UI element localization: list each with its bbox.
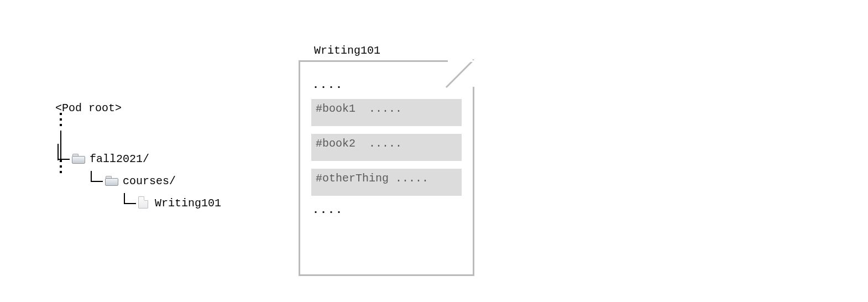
document-ellipsis-bottom: .... [312,204,462,216]
tree-node-label: courses/ [123,175,176,188]
tree-node-courses: courses/ [91,174,176,188]
document-fragment-book2: #book2 ..... [311,134,462,161]
diagram-stage: <Pod root> fall2021/ courses/ [0,0,868,302]
tree-root-text: <Pod root> [55,102,122,114]
document-body: .... #book1 ..... #book2 ..... #otherThi… [299,60,474,276]
tree-node-label: Writing101 [155,197,221,210]
document-title: Writing101 [314,44,474,57]
tree-node-label: fall2021/ [90,153,149,165]
file-icon [138,196,148,209]
document-ellipsis-top: .... [312,79,462,91]
document-fragment-otherthing: #otherThing ..... [311,169,462,196]
pod-tree: <Pod root> fall2021/ courses/ [55,100,265,116]
document-dogear-icon [448,60,474,87]
folder-icon [72,154,84,164]
tree-root-label: <Pod root> [55,100,265,116]
document-fragment-book1: #book1 ..... [311,99,462,126]
document-panel: Writing101 .... #book1 ..... #book2 ....… [299,44,474,276]
tree-connector-icon [124,196,138,210]
tree-connector-icon [57,152,72,165]
tree-connector-icon [91,174,105,188]
tree-node-fall2021: fall2021/ [57,152,149,165]
tree-ellipsis-dots-top [60,113,62,131]
tree-node-writing101: Writing101 [124,196,221,210]
folder-icon [105,176,117,186]
